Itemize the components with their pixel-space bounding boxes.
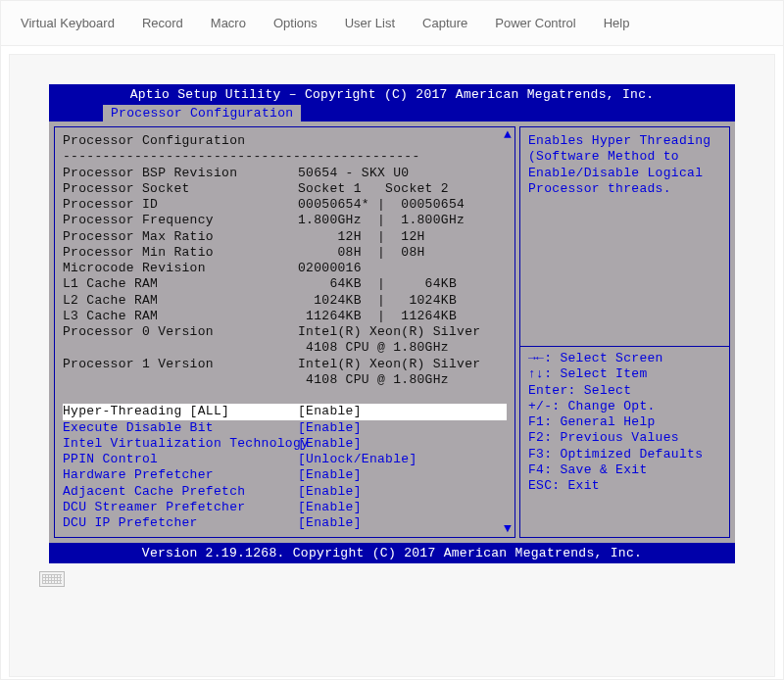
help-text: Processor threads. — [528, 181, 721, 197]
help-key: F3: Optimized Defaults — [528, 447, 721, 462]
help-key: Enter: Select — [528, 383, 721, 399]
info-row: 4108 CPU @ 1.80GHz — [63, 340, 507, 356]
menu-power-control[interactable]: Power Control — [495, 16, 575, 30]
info-row: L3 Cache RAM 11264KB | 11264KB — [63, 309, 507, 324]
bios-footer: Version 2.19.1268. Copyright (C) 2017 Am… — [49, 543, 735, 563]
bios-main-panel: ▲ ▼ Processor Configuration ------------… — [54, 126, 515, 538]
info-row: Processor SocketSocket 1 Socket 2 — [63, 181, 507, 197]
bios-tab-strip: Processor Configuration — [49, 105, 735, 121]
menu-virtual-keyboard[interactable]: Virtual Keyboard — [21, 16, 115, 30]
remote-console-viewport: Aptio Setup Utility – Copyright (C) 2017… — [9, 54, 775, 677]
help-text: Enables Hyper Threading — [528, 133, 721, 149]
menu-help[interactable]: Help — [604, 16, 630, 30]
menu-user-list[interactable]: User List — [345, 16, 395, 30]
spacer — [63, 388, 507, 404]
info-row: Processor 1 VersionIntel(R) Xeon(R) Silv… — [63, 357, 507, 372]
info-row: 4108 CPU @ 1.80GHz — [63, 372, 507, 388]
setting-hardware-prefetcher[interactable]: Hardware Prefetcher[Enable] — [63, 467, 507, 483]
scroll-down-icon[interactable]: ▼ — [501, 521, 514, 537]
help-key: ↑↓: Select Item — [528, 366, 721, 382]
help-text: (Software Method to — [528, 149, 721, 165]
info-row: L2 Cache RAM 1024KB | 1024KB — [63, 293, 507, 309]
setting-execute-disable-bit[interactable]: Execute Disable Bit[Enable] — [63, 420, 507, 436]
help-text: Enable/Disable Logical — [528, 166, 721, 181]
section-header: Processor Configuration — [63, 133, 507, 149]
setting-dcu-ip-prefetcher[interactable]: DCU IP Prefetcher[Enable] — [63, 515, 507, 531]
setting-intel-vt[interactable]: Intel Virtualization Technology[Enable] — [63, 436, 507, 452]
setting-ppin-control[interactable]: PPIN Control[Unlock/Enable] — [63, 452, 507, 467]
menu-capture[interactable]: Capture — [422, 16, 467, 30]
virtual-keyboard-icon[interactable] — [39, 571, 65, 587]
info-row: L1 Cache RAM 64KB | 64KB — [63, 276, 507, 292]
setting-hyper-threading[interactable]: Hyper-Threading [ALL][Enable] — [63, 404, 507, 419]
bios-title-bar: Aptio Setup Utility – Copyright (C) 2017… — [49, 84, 735, 105]
info-row: Processor Frequency1.800GHz | 1.800GHz — [63, 213, 507, 228]
bios-help-panel: Enables Hyper Threading (Software Method… — [519, 126, 730, 538]
info-row: Processor 0 VersionIntel(R) Xeon(R) Silv… — [63, 324, 507, 340]
help-key: →←: Select Screen — [528, 351, 721, 366]
setting-adjacent-cache-prefetch[interactable]: Adjacent Cache Prefetch[Enable] — [63, 484, 507, 500]
menu-macro[interactable]: Macro — [211, 16, 246, 30]
help-divider — [520, 346, 729, 347]
scroll-up-icon[interactable]: ▲ — [501, 127, 514, 143]
info-row: Processor ID00050654* | 00050654 — [63, 197, 507, 213]
tab-processor-configuration[interactable]: Processor Configuration — [103, 105, 301, 121]
info-row: Processor BSP Revision50654 - SKX U0 — [63, 166, 507, 181]
help-key: F4: Save & Exit — [528, 462, 721, 478]
help-key: +/-: Change Opt. — [528, 399, 721, 414]
app-menubar: Virtual Keyboard Record Macro Options Us… — [1, 1, 783, 46]
help-key: ESC: Exit — [528, 478, 721, 494]
menu-options[interactable]: Options — [273, 16, 318, 30]
info-row: Processor Max Ratio 12H | 12H — [63, 229, 507, 245]
bios-screen[interactable]: Aptio Setup Utility – Copyright (C) 2017… — [49, 84, 735, 563]
info-row: Processor Min Ratio 08H | 08H — [63, 245, 507, 261]
help-key: F2: Previous Values — [528, 430, 721, 446]
info-row: Microcode Revision02000016 — [63, 261, 507, 276]
help-key: F1: General Help — [528, 414, 721, 430]
setting-dcu-streamer-prefetcher[interactable]: DCU Streamer Prefetcher[Enable] — [63, 500, 507, 515]
menu-record[interactable]: Record — [142, 16, 183, 30]
divider: ----------------------------------------… — [63, 149, 507, 165]
